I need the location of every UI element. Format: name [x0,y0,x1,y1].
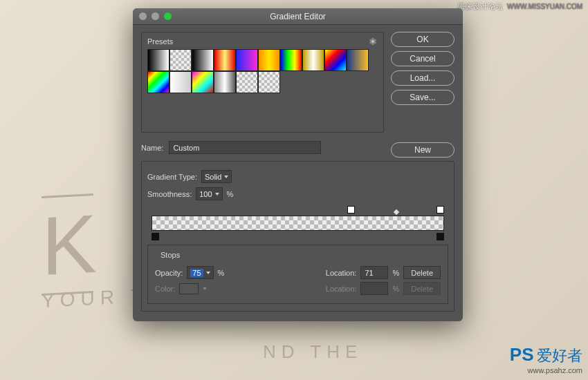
color-swatch [179,283,199,294]
smoothness-label: Smoothness: [147,190,192,198]
preset-thumbnail[interactable] [214,49,236,71]
gradient-preview-bar[interactable] [151,216,444,231]
stops-panel: Stops Opacity: 75 % Location: % Delete C… [147,245,448,304]
preset-thumbnail[interactable] [169,71,192,93]
save-button[interactable]: Save... [391,90,454,105]
cancel-button[interactable]: Cancel [391,51,454,66]
preset-thumbnail[interactable] [169,49,192,71]
gradient-editor-dialog: Gradient Editor Presets OK Cancel Load..… [133,8,463,321]
chevron-down-icon [224,175,228,178]
presets-label: Presets [147,37,173,46]
stops-title: Stops [158,251,183,259]
preset-thumbnail[interactable] [258,49,280,71]
watermark-top: 思缘设计论坛WWW.MISSYUAN.COM [457,1,582,12]
gradient-type-label: Gradient Type: [147,173,197,181]
bg-logo-letter: K [42,193,93,296]
preset-thumbnail[interactable] [214,71,236,93]
opacity-label: Opacity: [155,269,183,277]
location-label: Location: [326,269,357,277]
minimize-icon[interactable] [151,12,159,20]
opacity-stop[interactable] [437,206,444,213]
close-icon[interactable] [139,12,147,20]
zoom-icon[interactable] [164,12,172,20]
preset-thumbnail[interactable] [347,49,369,71]
presets-panel: Presets [141,32,384,133]
preset-thumbnail[interactable] [192,71,214,93]
chevron-down-icon [203,287,207,290]
color-stop[interactable] [437,233,444,240]
gradient-bar-area[interactable] [151,216,444,231]
gradient-type-select[interactable]: Solid [201,170,232,183]
watermark-bottom: PS 爱好者 www.psahz.com [510,344,582,374]
location-input[interactable] [360,266,388,279]
preset-thumbnail[interactable] [192,49,214,71]
titlebar[interactable]: Gradient Editor [133,8,463,25]
new-button[interactable]: New [391,142,454,158]
load-button[interactable]: Load... [391,70,454,86]
preset-thumbnail[interactable] [280,49,302,71]
preset-thumbnail[interactable] [302,49,324,71]
name-label: Name: [141,144,163,152]
color-stop[interactable] [151,233,159,240]
midpoint-diamond[interactable] [394,209,399,215]
ok-button[interactable]: OK [391,32,454,47]
preset-thumbnail[interactable] [147,71,169,93]
gear-icon[interactable] [368,37,378,46]
location-label-disabled: Location: [326,285,357,293]
preset-thumbnail[interactable] [147,49,169,71]
preset-thumbnail[interactable] [324,49,347,71]
bg-tagline: YOUR T [42,285,147,312]
opacity-input[interactable]: 75 [187,266,213,279]
bg-bottom-text: ND THE [263,341,362,363]
preset-thumbnail[interactable] [236,49,258,71]
delete-color-stop-button: Delete [403,282,441,295]
preset-thumbnails [147,49,369,125]
smoothness-input[interactable]: 100 [196,187,222,200]
gradient-settings-panel: Gradient Type: Solid Smoothness: 100 % S… [141,161,454,312]
preset-thumbnail[interactable] [258,71,280,93]
delete-opacity-stop-button[interactable]: Delete [403,266,441,279]
opacity-stop[interactable] [347,206,355,213]
percent-label: % [227,190,234,198]
chevron-down-icon [206,272,210,274]
chevron-down-icon [215,193,219,196]
preset-thumbnail[interactable] [236,71,258,93]
dialog-title: Gradient Editor [133,12,463,21]
color-label: Color: [155,285,175,293]
name-input[interactable] [169,141,321,154]
location-input-disabled [360,282,388,295]
